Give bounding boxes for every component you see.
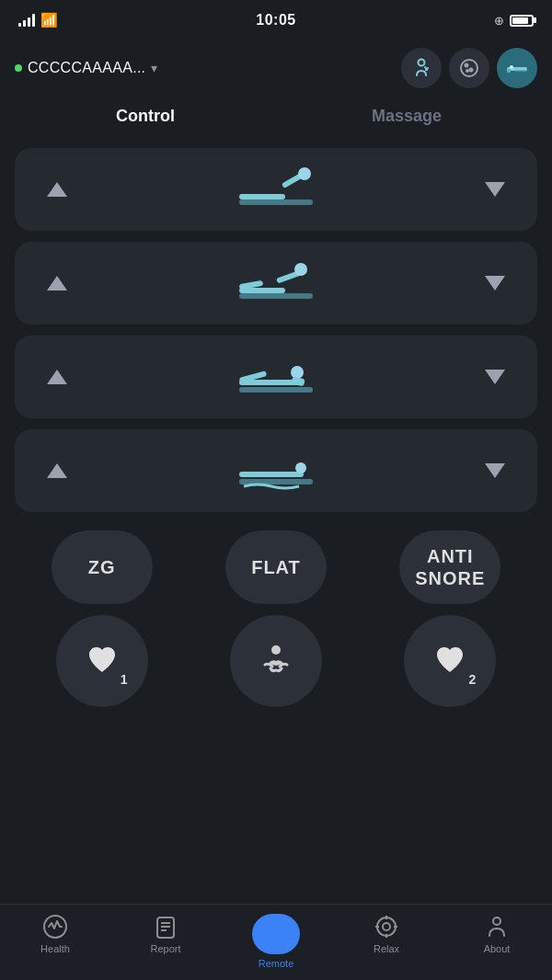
heart-icon-1 xyxy=(86,644,119,678)
svg-point-21 xyxy=(291,366,304,379)
person-icon xyxy=(410,57,432,79)
tab-massage[interactable]: Massage xyxy=(276,99,537,133)
svg-point-7 xyxy=(510,65,513,69)
connection-dot xyxy=(15,64,22,72)
about-icon xyxy=(484,914,510,940)
svg-point-34 xyxy=(274,935,278,939)
status-bar: 📶 10:05 ⊕ xyxy=(0,0,552,40)
svg-rect-6 xyxy=(507,69,511,73)
up-button-4[interactable] xyxy=(40,454,74,487)
antisnore-line2: SNORE xyxy=(415,567,485,589)
down-button-1[interactable] xyxy=(478,173,512,206)
control-card-3 xyxy=(15,336,537,418)
health-icon xyxy=(42,914,68,940)
memory-row: 1 2 xyxy=(0,611,552,714)
control-card-2 xyxy=(15,242,537,325)
nav-report[interactable]: Report xyxy=(110,912,221,954)
signal-bars-icon xyxy=(18,14,35,27)
svg-rect-8 xyxy=(514,70,527,72)
svg-rect-9 xyxy=(239,199,313,205)
cookie-icon xyxy=(458,57,480,79)
wifi-icon: 📶 xyxy=(40,12,58,28)
svg-rect-18 xyxy=(239,387,313,393)
svg-point-35 xyxy=(275,932,277,934)
svg-point-1 xyxy=(461,60,477,76)
bed-pose-icon-2 xyxy=(74,258,478,308)
svg-point-4 xyxy=(466,70,468,72)
svg-point-17 xyxy=(294,263,307,276)
person-button[interactable] xyxy=(401,48,442,88)
nav-health-label: Health xyxy=(40,943,70,954)
antisnore-line1: ANTI xyxy=(427,545,474,567)
svg-point-26 xyxy=(271,645,281,655)
settings-button[interactable] xyxy=(449,48,489,88)
control-card-4 xyxy=(15,429,537,512)
status-right: ⊕ xyxy=(494,14,534,28)
chevron-down-icon[interactable]: ▾ xyxy=(151,61,157,75)
nav-relax[interactable]: Relax xyxy=(331,912,442,954)
recline-mid-icon xyxy=(235,258,317,308)
bed-button[interactable] xyxy=(497,48,537,88)
nav-relax-label: Relax xyxy=(374,943,399,954)
recline-low-icon xyxy=(235,352,317,402)
flat-wave-icon xyxy=(235,446,317,496)
memory-button-1[interactable]: 1 xyxy=(56,615,148,707)
nav-about[interactable]: About xyxy=(442,912,552,954)
presets-row: ZG FLAT ANTI SNORE xyxy=(0,519,552,611)
bed-small-icon xyxy=(506,57,528,79)
svg-point-0 xyxy=(419,60,425,66)
up-button-2[interactable] xyxy=(40,267,74,300)
svg-rect-24 xyxy=(239,472,304,477)
bed-pose-icon-4 xyxy=(74,446,478,496)
down-button-2[interactable] xyxy=(478,267,512,300)
svg-point-3 xyxy=(470,69,473,72)
svg-point-42 xyxy=(493,917,500,925)
nav-health[interactable]: Health xyxy=(0,912,110,954)
battery-icon xyxy=(510,15,534,27)
svg-point-25 xyxy=(295,462,306,473)
recline-high-icon xyxy=(235,165,317,214)
bed-pose-icon-1 xyxy=(74,165,478,214)
remote-icon-circle xyxy=(252,914,300,954)
nav-remote[interactable]: Remote xyxy=(221,912,331,969)
device-label: CCCCCAAAAA... xyxy=(28,60,145,76)
memory-num-1: 1 xyxy=(121,672,128,687)
svg-point-37 xyxy=(383,923,390,930)
header: CCCCCAAAAA... ▾ xyxy=(0,40,552,96)
svg-point-36 xyxy=(377,917,396,936)
up-button-3[interactable] xyxy=(40,360,74,393)
nav-report-label: Report xyxy=(150,943,180,954)
device-name-area: CCCCCAAAAA... ▾ xyxy=(15,60,394,76)
svg-rect-33 xyxy=(273,928,279,931)
heart-icon-2 xyxy=(433,644,466,678)
flat-button[interactable]: FLAT xyxy=(225,530,327,604)
svg-point-12 xyxy=(298,167,311,180)
down-button-4[interactable] xyxy=(478,454,512,487)
nav-about-label: About xyxy=(484,943,511,954)
status-signal: 📶 xyxy=(18,12,58,28)
meditation-icon xyxy=(258,643,294,679)
nav-remote-label: Remote xyxy=(259,958,294,969)
report-icon xyxy=(153,914,178,940)
down-button-3[interactable] xyxy=(478,360,512,393)
status-time: 10:05 xyxy=(256,12,295,28)
control-card-1 xyxy=(15,148,537,231)
svg-point-2 xyxy=(466,64,468,67)
svg-rect-11 xyxy=(239,194,285,199)
relax-icon xyxy=(374,914,399,940)
memory-num-2: 2 xyxy=(469,672,477,687)
memory-button-2[interactable]: 2 xyxy=(404,615,496,707)
antisnore-button[interactable]: ANTI SNORE xyxy=(399,530,500,604)
up-button-1[interactable] xyxy=(40,173,74,206)
bottom-nav: Health Report Remote xyxy=(0,904,552,980)
svg-rect-13 xyxy=(239,293,313,299)
controls-area xyxy=(0,141,552,519)
tabs-bar: Control Massage xyxy=(0,96,552,141)
tab-control[interactable]: Control xyxy=(15,99,276,133)
bed-pose-icon-3 xyxy=(74,352,478,402)
zg-button[interactable]: ZG xyxy=(52,530,153,604)
memory-button-med[interactable] xyxy=(230,615,322,707)
lock-icon: ⊕ xyxy=(494,14,504,28)
